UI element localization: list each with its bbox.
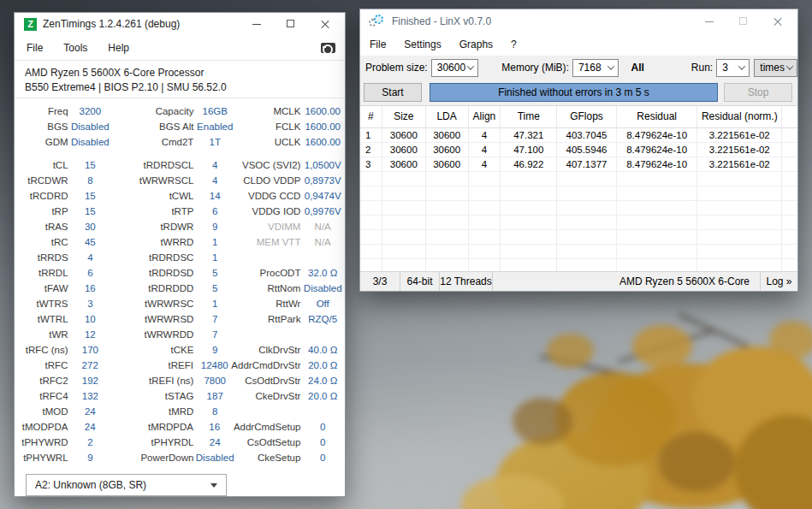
result-cell: 405.5946 <box>557 143 617 157</box>
minimize-button[interactable] <box>244 13 270 35</box>
start-button[interactable]: Start <box>364 83 422 102</box>
timing-value: Disabled <box>68 119 113 134</box>
results-table: #SizeLDAAlignTimeGFlopsResidualResidual … <box>360 105 797 273</box>
timing-value: 132 <box>68 388 113 404</box>
result-cell <box>426 245 469 259</box>
timings-row: tWTRL10tWRWRSD7RttParkRZQ/5 <box>19 311 345 327</box>
timing-value: 12480 <box>193 358 236 373</box>
timing-value: 9 <box>193 219 236 234</box>
menu-item-help[interactable]: Help <box>108 42 129 54</box>
timings-row: tCL15tRDRDSCL4VSOC (SVI2)1,0500V <box>19 157 345 173</box>
timing-value: 0,9976V <box>300 204 345 219</box>
ram-select-area: A2: Unknown (8GB, SR) <box>15 465 345 496</box>
result-cell <box>469 216 501 230</box>
timings-row: Freq3200Capacity16GBMCLK1600.00 <box>19 104 345 119</box>
timing-value: 192 <box>68 373 113 388</box>
timing-label: tFAW <box>19 281 68 296</box>
log-expander[interactable]: Log » <box>761 272 797 291</box>
result-cell: 8.479624e-10 <box>617 157 698 172</box>
minimize-button[interactable] <box>696 10 722 33</box>
column-header: Residual <box>617 106 698 127</box>
result-cell <box>782 128 797 143</box>
run-unit-dropdown[interactable]: times <box>754 59 797 77</box>
timing-value: 1600.00 <box>300 119 345 134</box>
timing-label: tMRD <box>112 404 193 419</box>
timing-label: tREFI (ns) <box>112 373 193 388</box>
ram-slot-dropdown[interactable]: A2: Unknown (8GB, SR) <box>26 474 227 496</box>
menu-item-file[interactable]: File <box>370 38 386 50</box>
timing-value: 2 <box>68 435 113 450</box>
timing-value: N/A <box>300 234 345 250</box>
timing-label: RttNom <box>236 281 300 296</box>
result-cell <box>782 245 797 259</box>
problem-size-label: Problem size: <box>365 62 428 74</box>
timing-value: 0 <box>300 435 345 450</box>
close-button[interactable] <box>312 13 338 35</box>
timing-value: 10 <box>68 311 113 327</box>
timing-value: 6 <box>68 265 113 281</box>
menu-item-file[interactable]: File <box>27 42 43 54</box>
zentimings-window: Z ZenTimings 1.2.4.261 (debug) FileTools… <box>14 12 346 497</box>
linx-menubar: FileSettingsGraphs? <box>360 33 797 56</box>
timing-label: tWRRD <box>112 234 193 250</box>
result-cell: 2 <box>360 143 382 157</box>
result-cell: 30600 <box>382 128 426 143</box>
menu-item-settings[interactable]: Settings <box>404 38 441 50</box>
timing-value: 1 <box>193 250 236 265</box>
timings-row: tRFC272tREFI12480AddrCmdDrvStr20.0 Ω <box>19 358 345 373</box>
menu-item-graphs[interactable]: Graphs <box>459 38 493 50</box>
result-cell <box>782 201 797 216</box>
linx-titlebar: Finished - LinX v0.7.0 <box>360 9 797 33</box>
timing-value: 1T <box>193 134 236 150</box>
result-cell <box>697 245 782 259</box>
menu-item-help[interactable]: ? <box>511 38 517 50</box>
timings-row: tMODPDA24tMRDPDA16AddrCmdSetup0 <box>19 419 345 435</box>
result-cell <box>617 201 698 216</box>
status-cpu-name: AMD Ryzen 5 5600X 6-Core <box>493 272 761 291</box>
result-cell <box>617 216 698 230</box>
timings-row: tRFC2192tREFI (ns)7800CsOdtDrvStr24.0 Ω <box>19 373 345 388</box>
timing-label: tCWL <box>112 188 193 204</box>
problem-size-dropdown[interactable]: 30600 <box>431 59 479 77</box>
screenshot-camera-icon[interactable] <box>321 43 335 53</box>
menu-item-tools[interactable]: Tools <box>63 42 87 54</box>
linx-window: Finished - LinX v0.7.0 FileSettingsGraph… <box>359 9 798 292</box>
result-cell: 30600 <box>426 143 469 157</box>
timing-label: tPHYWRD <box>19 435 68 450</box>
cpu-name: AMD Ryzen 5 5600X 6-Core Processor <box>25 66 345 80</box>
column-header-filler <box>782 106 797 127</box>
timings-row: tPHYWRL9PowerDownDisabledCkeSetup0 <box>19 450 345 465</box>
timing-label: RttPark <box>236 311 300 327</box>
memory-dropdown[interactable]: 7168 <box>572 59 619 77</box>
maximize-button[interactable] <box>278 13 304 35</box>
timing-label: FCLK <box>236 119 300 134</box>
timing-label: CLDO VDDP <box>236 173 300 188</box>
timing-value: 5 <box>193 265 236 281</box>
stop-button[interactable]: Stop <box>724 83 792 102</box>
timing-label: tWR <box>19 327 68 342</box>
timing-label: tSTAG <box>112 388 193 404</box>
result-cell: 8.479624e-10 <box>617 128 698 143</box>
timing-value: 8 <box>193 404 236 419</box>
timing-value: 20.0 Ω <box>301 358 346 373</box>
result-cell <box>617 186 698 201</box>
timing-label: MEM VTT <box>236 234 300 250</box>
result-cell <box>469 186 501 201</box>
timings-row: tRFC4132tSTAG187CkeDrvStr20.0 Ω <box>19 388 345 404</box>
timing-value: Disabled <box>300 281 345 296</box>
result-cell: 8.479624e-10 <box>617 143 698 157</box>
column-header: Align <box>469 106 501 127</box>
progress-bar: Finished without errors in 3 m 5 s <box>430 83 718 102</box>
result-cell <box>501 172 557 186</box>
zentimings-titlebar: Z ZenTimings 1.2.4.261 (debug) <box>15 13 345 35</box>
result-cell: 30600 <box>426 157 469 172</box>
run-count-dropdown[interactable]: 3 <box>716 59 750 77</box>
timing-value: 4 <box>68 250 113 265</box>
maximize-button[interactable] <box>731 10 756 33</box>
zentimings-window-title: ZenTimings 1.2.4.261 (debug) <box>43 18 180 30</box>
timing-value: Disabled <box>193 450 236 465</box>
timings-row: tRC45tWRRD1MEM VTTN/A <box>19 234 345 250</box>
column-header: # <box>360 106 382 127</box>
timing-label: VSOC (SVI2) <box>236 157 300 173</box>
close-button[interactable] <box>765 10 791 33</box>
